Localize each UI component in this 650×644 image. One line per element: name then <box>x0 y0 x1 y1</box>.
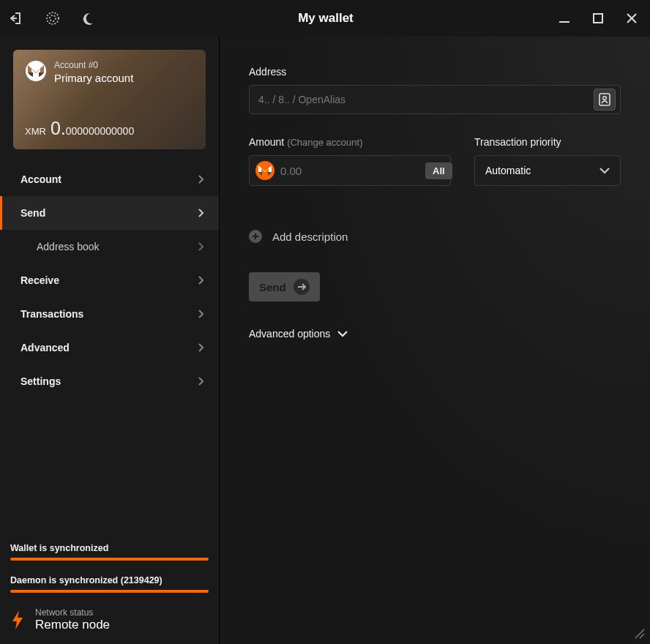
main-content: Address Amount (Change account) All <box>220 37 650 644</box>
nav-label: Transactions <box>20 308 83 320</box>
minimize-button[interactable] <box>555 9 574 28</box>
advanced-options-label: Advanced options <box>249 328 330 340</box>
amount-input[interactable] <box>280 165 419 177</box>
svg-point-6 <box>603 97 607 100</box>
wallet-sync-bar <box>10 558 209 561</box>
svg-point-7 <box>255 161 274 180</box>
chevron-down-icon <box>337 331 348 337</box>
account-balance: XMR 0. 000000000000 <box>25 118 134 139</box>
nav-label: Account <box>20 173 61 185</box>
advanced-options-toggle[interactable]: Advanced options <box>249 328 621 340</box>
account-number: Account #0 <box>54 60 98 70</box>
balance-fraction: 000000000000 <box>66 125 134 137</box>
daemon-sync-bar <box>10 590 209 593</box>
chevron-down-icon <box>599 168 610 174</box>
amount-all-button[interactable]: All <box>425 162 452 179</box>
theme-moon-icon[interactable] <box>79 10 97 27</box>
chevron-right-icon <box>198 242 204 251</box>
add-description-label: Add description <box>272 231 348 243</box>
monero-logo-icon <box>25 60 47 82</box>
nav-label: Receive <box>20 274 59 286</box>
sidebar-nav: Account Send Address book Receive <box>0 162 219 398</box>
chevron-right-icon <box>198 175 204 184</box>
monero-coin-icon <box>255 161 274 180</box>
nav-receive[interactable]: Receive <box>0 263 219 297</box>
add-description-button[interactable]: Add description <box>249 230 621 243</box>
window-title: My wallet <box>97 11 555 26</box>
resize-grip-icon[interactable] <box>634 628 646 640</box>
globe-icon[interactable] <box>44 10 61 27</box>
network-status[interactable]: Network status Remote node <box>10 607 209 632</box>
wallet-sync-label: Wallet is synchronized <box>10 543 209 553</box>
titlebar-right <box>555 9 641 28</box>
priority-select[interactable]: Automatic <box>474 155 621 186</box>
nav-label: Address book <box>37 241 100 252</box>
sidebar: Account #0 Primary account XMR 0. 000000… <box>0 37 220 644</box>
network-status-label: Network status <box>35 607 110 618</box>
svg-rect-2 <box>559 21 569 23</box>
balance-currency: XMR <box>25 126 46 137</box>
address-input[interactable] <box>258 94 594 105</box>
nav-settings[interactable]: Settings <box>0 364 219 398</box>
nav-account[interactable]: Account <box>0 162 219 196</box>
svg-point-1 <box>50 15 56 21</box>
nav-label: Settings <box>20 375 61 387</box>
amount-label-text: Amount <box>249 136 284 148</box>
balance-integer: 0. <box>51 118 66 139</box>
close-button[interactable] <box>622 9 641 28</box>
plus-icon <box>249 230 262 243</box>
chevron-right-icon <box>198 343 204 352</box>
svg-point-0 <box>47 12 59 24</box>
nav-label: Advanced <box>20 342 70 353</box>
chevron-right-icon <box>198 209 204 217</box>
bolt-icon <box>10 609 25 631</box>
priority-value: Automatic <box>485 165 531 176</box>
nav-send[interactable]: Send <box>0 196 219 230</box>
maximize-button[interactable] <box>589 9 608 28</box>
address-book-button[interactable] <box>594 89 616 111</box>
titlebar-left <box>9 10 97 27</box>
amount-input-row: All <box>249 155 451 186</box>
change-account-link[interactable]: (Change account) <box>287 137 362 148</box>
chevron-right-icon <box>198 276 204 285</box>
nav-advanced[interactable]: Advanced <box>0 331 219 364</box>
account-card[interactable]: Account #0 Primary account XMR 0. 000000… <box>13 50 206 149</box>
arrow-right-icon <box>294 279 310 295</box>
nav-transactions[interactable]: Transactions <box>0 297 219 331</box>
address-input-row <box>249 85 621 114</box>
amount-label: Amount (Change account) <box>249 136 451 148</box>
logout-icon[interactable] <box>9 10 26 27</box>
chevron-right-icon <box>198 310 204 318</box>
address-label: Address <box>249 66 621 78</box>
send-button-label: Send <box>259 281 286 293</box>
network-status-value: Remote node <box>35 618 110 632</box>
nav-label: Send <box>20 207 45 219</box>
chevron-right-icon <box>198 377 204 386</box>
svg-rect-3 <box>594 14 602 23</box>
titlebar: My wallet <box>0 0 650 37</box>
priority-label: Transaction priority <box>474 136 621 148</box>
sidebar-status: Wallet is synchronized Daemon is synchro… <box>0 534 219 644</box>
nav-address-book[interactable]: Address book <box>0 230 219 263</box>
daemon-sync-label: Daemon is synchronized (2139429) <box>10 575 209 585</box>
account-name: Primary account <box>54 72 133 84</box>
send-button[interactable]: Send <box>249 272 320 302</box>
